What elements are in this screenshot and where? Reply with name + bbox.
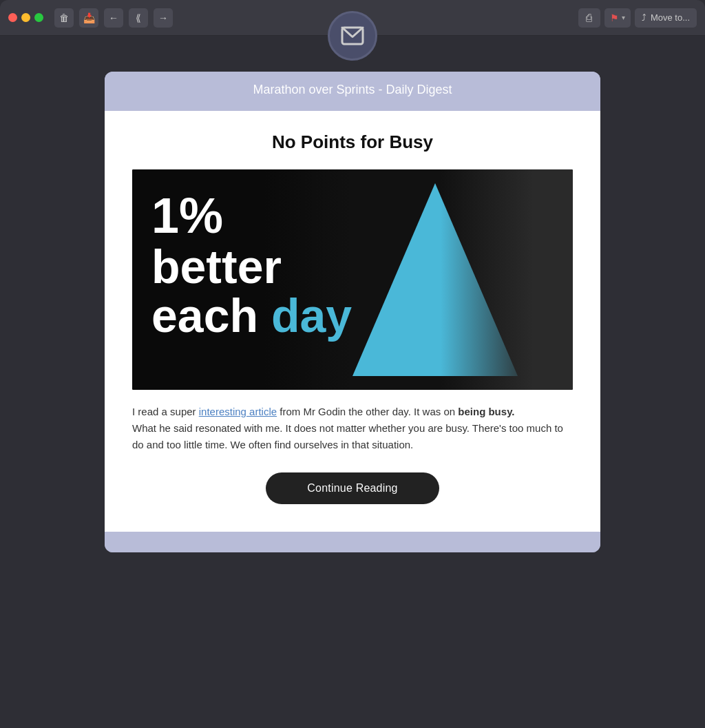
- flag-button[interactable]: ⚑ ▾: [604, 8, 631, 28]
- chevron-down-icon: ▾: [622, 14, 625, 21]
- image-percent-text: 1%: [151, 190, 352, 242]
- article-text-bold: being busy.: [458, 406, 514, 417]
- article-text-intro: I read a super: [132, 406, 199, 417]
- image-day-text: day: [271, 289, 352, 342]
- delete-button[interactable]: 🗑: [54, 8, 74, 28]
- maximize-button[interactable]: [34, 13, 43, 22]
- article-body-text: I read a super interesting article from …: [132, 404, 573, 453]
- content-area: Marathon over Sprints - Daily Digest No …: [0, 36, 705, 728]
- email-body: No Points for Busy 1% better each day: [105, 111, 600, 532]
- email-icon: [340, 23, 365, 48]
- article-title: No Points for Busy: [132, 132, 573, 153]
- back-all-button[interactable]: ⟪: [129, 8, 148, 28]
- dark-overlay-right: [441, 169, 573, 390]
- email-header-title: Marathon over Sprints - Daily Digest: [253, 83, 452, 96]
- article-image-inner: 1% better each day: [132, 169, 573, 390]
- move-label: Move to...: [651, 12, 690, 23]
- email-icon-badge: [328, 11, 377, 61]
- back-button[interactable]: ←: [104, 8, 123, 28]
- article-image: 1% better each day: [132, 169, 573, 390]
- email-card: Marathon over Sprints - Daily Digest No …: [105, 72, 600, 552]
- forward-button[interactable]: →: [154, 8, 173, 28]
- article-text-rest: What he said resonated with me. It does …: [132, 422, 563, 450]
- flag-icon: ⚑: [610, 12, 619, 23]
- traffic-lights: [8, 13, 43, 22]
- close-button[interactable]: [8, 13, 17, 22]
- image-better-text: better: [151, 242, 352, 291]
- minimize-button[interactable]: [21, 13, 30, 22]
- move-icon: ⤴: [642, 12, 646, 23]
- image-each-word: each: [151, 289, 258, 342]
- archive-button[interactable]: 📥: [79, 8, 98, 28]
- continue-reading-button[interactable]: Continue Reading: [266, 472, 439, 504]
- print-button[interactable]: ⎙: [578, 8, 600, 28]
- article-text-mid: from Mr Godin the other day. It was on: [277, 406, 458, 417]
- email-footer: [105, 532, 600, 552]
- interesting-article-link[interactable]: interesting article: [199, 406, 277, 417]
- move-to-button[interactable]: ⤴ Move to...: [635, 8, 697, 28]
- image-each-text: each day: [151, 291, 352, 340]
- image-text-overlay: 1% better each day: [151, 190, 352, 340]
- email-header: Marathon over Sprints - Daily Digest: [105, 72, 600, 111]
